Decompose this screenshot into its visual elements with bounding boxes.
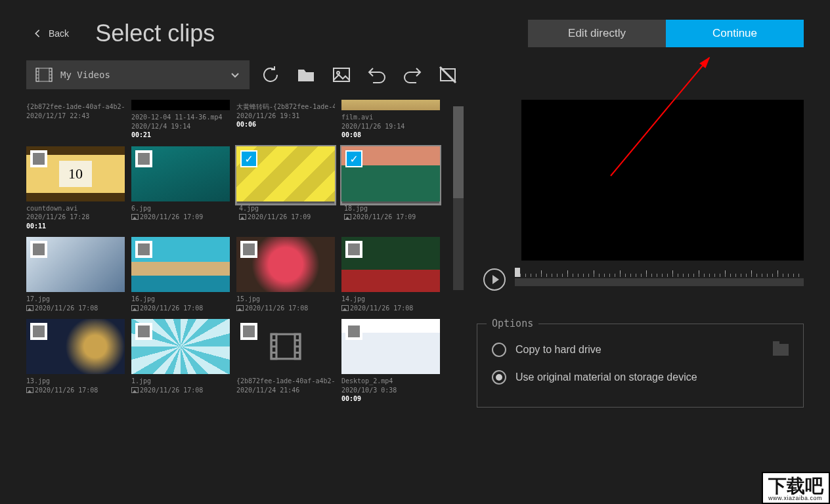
play-button[interactable]: [483, 268, 506, 291]
option-copy-row[interactable]: Copy to hard drive: [488, 336, 793, 364]
clip-thumbnail: [341, 100, 440, 110]
radio-original[interactable]: [492, 370, 506, 385]
clip-meta: 13.jpg2020/11/26 17:08: [26, 374, 125, 394]
clip-item[interactable]: 15.jpg2020/11/26 17:08: [236, 237, 335, 312]
clip-date: 2020/11/26 17:08: [131, 386, 230, 395]
image-icon: [341, 305, 349, 311]
clip-name: {2b872fee-1ade-40af-a4b2-9f53c40acc65}_c…: [236, 377, 335, 386]
image-icon: [131, 305, 139, 311]
clip-meta: Desktop_2.mp42020/10/3 0:3800:09: [341, 374, 440, 404]
clip-meta: 1.jpg2020/11/26 17:08: [131, 374, 230, 394]
header: Back Select clips Edit directly Continue: [0, 0, 830, 60]
options-group: Options Copy to hard drive Use original …: [477, 324, 804, 408]
clip-item[interactable]: 18.jpg2020/11/26 17:09: [341, 146, 440, 231]
watermark-sub: www.xiazaiba.com: [768, 495, 823, 501]
clip-name: 6.jpg: [131, 204, 230, 213]
back-button[interactable]: Back: [33, 28, 69, 39]
image-icon: [344, 214, 351, 220]
clip-item[interactable]: 大黄蜂转码-{2b872fee-1ade-40af-a4b2-9f53c40ac…: [236, 100, 335, 140]
refresh-button[interactable]: [256, 60, 285, 89]
clip-item[interactable]: Desktop_2.mp42020/10/3 0:3800:09: [341, 319, 440, 404]
clip-checkbox[interactable]: [135, 150, 152, 167]
clip-date: 2020/11/26 17:08: [341, 304, 440, 313]
clip-meta: {2b872fee-1ade-40af-a4b2-9f53c40acc65}_c…: [236, 374, 335, 394]
image-icon: [26, 387, 33, 393]
clip-name: 17.jpg: [26, 295, 125, 304]
clip-name: film.avi: [341, 113, 440, 122]
image-icon: [131, 214, 139, 220]
clip-name: 18.jpg: [344, 204, 437, 213]
clip-date: 2020/12/17 22:43: [26, 112, 125, 121]
option-copy-label: Copy to hard drive: [515, 344, 601, 356]
clip-name: Desktop_2.mp4: [341, 377, 440, 386]
clip-item[interactable]: 6.jpg2020/11/26 17:09: [131, 146, 230, 231]
timeline-ticks: [515, 270, 804, 277]
clip-name: {2b872fee-1ade-40af-a4b2-9f53c40acc65}_c…: [26, 102, 125, 112]
clip-meta: 17.jpg2020/11/26 17:08: [26, 292, 125, 312]
open-folder-button[interactable]: [292, 60, 320, 89]
svg-rect-9: [334, 68, 349, 81]
clip-item[interactable]: 13.jpg2020/11/26 17:08: [26, 319, 125, 404]
clip-checkbox[interactable]: [135, 241, 152, 258]
clip-grid: {2b872fee-1ade-40af-a4b2-9f53c40acc65}_c…: [26, 100, 447, 408]
clip-item[interactable]: 16.jpg2020/11/26 17:08: [131, 237, 230, 312]
rotate-right-button[interactable]: [398, 60, 427, 89]
clip-meta: countdown.avi2020/11/26 17:2800:11: [26, 201, 125, 231]
clip-date: 2020/11/26 17:09: [239, 213, 332, 222]
grid-wrap: {2b872fee-1ade-40af-a4b2-9f53c40acc65}_c…: [26, 100, 464, 408]
clip-duration: 00:06: [236, 120, 335, 129]
clip-meta: 16.jpg2020/11/26 17:08: [131, 292, 230, 312]
clip-checkbox[interactable]: [345, 150, 362, 167]
clip-name: 4.jpg: [239, 204, 332, 213]
clip-item[interactable]: film.avi2020/11/26 19:1400:08: [341, 100, 440, 140]
clip-name: 13.jpg: [26, 377, 125, 386]
clip-checkbox[interactable]: [30, 241, 47, 258]
clip-duration: 00:21: [131, 131, 230, 140]
clip-checkbox[interactable]: [345, 241, 362, 258]
clip-item[interactable]: 2020-12-04 11-14-36.mp42020/12/4 19:1400…: [131, 100, 230, 140]
continue-button[interactable]: Continue: [666, 20, 804, 47]
clip-checkbox[interactable]: [345, 323, 362, 340]
clip-date: 2020/11/26 17:08: [26, 386, 125, 395]
option-original-row[interactable]: Use original material on storage device: [488, 364, 793, 391]
clip-meta: 大黄蜂转码-{2b872fee-1ade-40af-a4b2-9f53c40ac…: [236, 100, 335, 129]
clip-date: 2020/11/26 17:09: [344, 213, 437, 222]
rotate-left-button[interactable]: [362, 60, 391, 89]
timeline-handle[interactable]: [515, 268, 520, 277]
clip-name: 大黄蜂转码-{2b872fee-1ade-40af-a4b2-9f53c40ac…: [236, 102, 335, 112]
clip-checkbox[interactable]: [30, 150, 47, 167]
image-icon: [239, 214, 246, 220]
no-image-button[interactable]: [433, 60, 462, 89]
image-button[interactable]: [327, 60, 356, 89]
clip-date: 2020/11/26 17:28: [26, 213, 125, 222]
clip-item[interactable]: 17.jpg2020/11/26 17:08: [26, 237, 125, 312]
radio-copy[interactable]: [492, 343, 506, 357]
source-select[interactable]: My Videos: [26, 60, 250, 89]
clip-item[interactable]: {2b872fee-1ade-40af-a4b2-9f53c40acc65}_c…: [236, 319, 335, 404]
clip-checkbox[interactable]: [30, 323, 47, 340]
source-label: My Videos: [60, 70, 110, 80]
scrollbar[interactable]: [453, 106, 464, 290]
folder-icon[interactable]: [773, 344, 789, 356]
edit-directly-button[interactable]: Edit directly: [528, 20, 666, 47]
clip-checkbox[interactable]: [240, 241, 257, 258]
clip-item[interactable]: 4.jpg2020/11/26 17:09: [236, 146, 335, 231]
clip-item[interactable]: 1.jpg2020/11/26 17:08: [131, 319, 230, 404]
clip-item[interactable]: 14.jpg2020/11/26 17:08: [341, 237, 440, 312]
timeline[interactable]: [515, 270, 804, 289]
clip-meta: film.avi2020/11/26 19:1400:08: [341, 110, 440, 140]
preview-viewport: [521, 100, 804, 261]
clip-checkbox[interactable]: [240, 150, 257, 167]
clip-checkbox[interactable]: [135, 323, 152, 340]
clip-item[interactable]: {2b872fee-1ade-40af-a4b2-9f53c40acc65}_c…: [26, 100, 125, 140]
clip-item[interactable]: 10countdown.avi2020/11/26 17:2800:11: [26, 146, 125, 231]
clip-meta: 14.jpg2020/11/26 17:08: [341, 292, 440, 312]
page-title: Select clips: [95, 20, 215, 47]
scroll-thumb[interactable]: [453, 106, 464, 198]
timeline-track[interactable]: [515, 278, 804, 286]
clip-name: 2020-12-04 11-14-36.mp4: [131, 113, 230, 122]
clip-duration: 00:08: [341, 131, 440, 140]
clip-checkbox[interactable]: [240, 323, 257, 340]
header-buttons: Edit directly Continue: [528, 20, 804, 47]
countdown-number: 10: [59, 161, 92, 187]
